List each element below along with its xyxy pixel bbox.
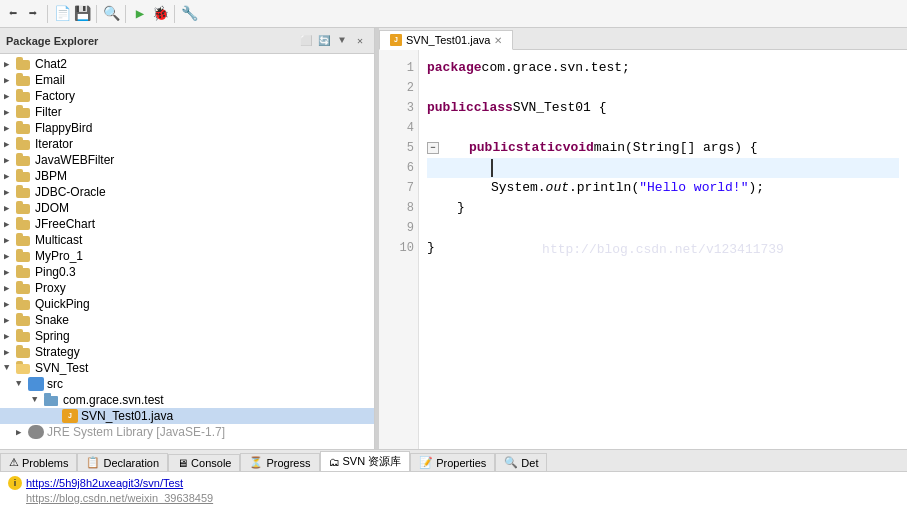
folder-icon-jdom bbox=[16, 201, 32, 215]
tree-item-jfreechart[interactable]: ▶ JFreeChart bbox=[0, 216, 374, 232]
tab-progress[interactable]: ⏳ Progress bbox=[240, 453, 319, 471]
tree-item-quickping[interactable]: ▶ QuickPing bbox=[0, 296, 374, 312]
java-file-icon: J bbox=[62, 409, 78, 423]
expand-arrow-src: ▼ bbox=[16, 379, 28, 389]
expand-arrow: ▶ bbox=[4, 283, 16, 294]
folder-icon-jfreechart bbox=[16, 217, 32, 231]
folder-icon-mypro1 bbox=[16, 249, 32, 263]
tree-item-svn-test[interactable]: ▼ SVN_Test bbox=[0, 360, 374, 376]
tree-item-filter[interactable]: ▶ Filter bbox=[0, 104, 374, 120]
tab-declaration[interactable]: 📋 Declaration bbox=[77, 453, 168, 471]
toolbar-icon-1[interactable]: ⬅ bbox=[4, 5, 22, 23]
toolbar-icon-2[interactable]: ➡ bbox=[24, 5, 42, 23]
folder-icon-quickping bbox=[16, 297, 32, 311]
console-icon: 🖥 bbox=[177, 457, 188, 469]
code-line-4 bbox=[427, 118, 899, 138]
toolbar-sep-4 bbox=[174, 5, 175, 23]
folder-icon-factory bbox=[16, 89, 32, 103]
expand-arrow: ▶ bbox=[4, 171, 16, 182]
tree-label-email: Email bbox=[35, 73, 65, 87]
tree-item-iterator[interactable]: ▶ Iterator bbox=[0, 136, 374, 152]
tab-console[interactable]: 🖥 Console bbox=[168, 454, 240, 471]
tab-svn-repo[interactable]: 🗂 SVN 资源库 bbox=[320, 451, 411, 472]
tree-item-strategy[interactable]: ▶ Strategy bbox=[0, 344, 374, 360]
tab-det[interactable]: 🔍 Det bbox=[495, 453, 547, 471]
tree-item-factory[interactable]: ▶ Factory bbox=[0, 88, 374, 104]
tree-item-src[interactable]: ▼ src bbox=[0, 376, 374, 392]
expand-arrow: ▶ bbox=[4, 107, 16, 118]
svn-link-2[interactable]: https://blog.csdn.net/weixin_39638459 bbox=[26, 492, 213, 504]
code-line-10: } bbox=[427, 238, 899, 258]
tree-item-java-file[interactable]: ▶ J SVN_Test01.java bbox=[0, 408, 374, 424]
tree-label-iterator: Iterator bbox=[35, 137, 73, 151]
editor-tabs: J SVN_Test01.java ✕ bbox=[379, 28, 907, 50]
tree-item-javawebfilter[interactable]: ▶ JavaWEBFilter bbox=[0, 152, 374, 168]
println-suffix: ); bbox=[748, 178, 764, 198]
toolbar-run[interactable]: ▶ bbox=[131, 5, 149, 23]
tree-item-snake[interactable]: ▶ Snake bbox=[0, 312, 374, 328]
out-method: out bbox=[546, 178, 569, 198]
tab-problems[interactable]: ⚠ Problems bbox=[0, 453, 77, 471]
toolbar-search[interactable]: 🔍 bbox=[102, 5, 120, 23]
println-prefix: .println( bbox=[569, 178, 639, 198]
panel-sync-icon[interactable]: 🔄 bbox=[316, 33, 332, 49]
folder-icon-filter bbox=[16, 105, 32, 119]
expand-arrow: ▶ bbox=[4, 315, 16, 326]
kw-void: void bbox=[563, 138, 594, 158]
collapse-button-5[interactable]: − bbox=[427, 142, 439, 154]
tree-item-email[interactable]: ▶ Email bbox=[0, 72, 374, 88]
tab-close-icon[interactable]: ✕ bbox=[494, 35, 502, 46]
tab-properties[interactable]: 📝 Properties bbox=[410, 453, 495, 471]
content-area: Package Explorer ⬜ 🔄 ▼ ✕ ▶ Chat2 ▶ bbox=[0, 28, 907, 449]
tree-area[interactable]: ▶ Chat2 ▶ Email ▶ Factory ▶ Filt bbox=[0, 54, 374, 449]
kw-package: package bbox=[427, 58, 482, 78]
svg-rect-1 bbox=[44, 393, 51, 397]
tab-label: SVN_Test01.java bbox=[406, 34, 490, 46]
panel-minimize-icon[interactable]: ⬜ bbox=[298, 33, 314, 49]
tree-item-ping03[interactable]: ▶ Ping0.3 bbox=[0, 264, 374, 280]
folder-icon-proxy bbox=[16, 281, 32, 295]
expand-arrow: ▶ bbox=[4, 123, 16, 134]
class-name: SVN_Test01 { bbox=[513, 98, 607, 118]
expand-arrow: ▶ bbox=[4, 155, 16, 166]
panel-title: Package Explorer bbox=[6, 35, 98, 47]
toolbar-save[interactable]: 💾 bbox=[73, 5, 91, 23]
panel-close-icon[interactable]: ✕ bbox=[352, 33, 368, 49]
tree-item-package[interactable]: ▼ com.grace.svn.test bbox=[0, 392, 374, 408]
jre-icon bbox=[28, 425, 44, 439]
tree-item-multicast[interactable]: ▶ Multicast bbox=[0, 232, 374, 248]
tree-item-jdom[interactable]: ▶ JDOM bbox=[0, 200, 374, 216]
declaration-icon: 📋 bbox=[86, 456, 100, 469]
expand-arrow: ▶ bbox=[4, 267, 16, 278]
toolbar-debug[interactable]: 🐞 bbox=[151, 5, 169, 23]
tree-item-mypro1[interactable]: ▶ MyPro_1 bbox=[0, 248, 374, 264]
expand-arrow: ▶ bbox=[4, 251, 16, 262]
tree-item-proxy[interactable]: ▶ Proxy bbox=[0, 280, 374, 296]
tree-item-jre[interactable]: ▶ JRE System Library [JavaSE-1.7] bbox=[0, 424, 374, 440]
main-sig: main(String[] args) { bbox=[594, 138, 758, 158]
expand-arrow: ▶ bbox=[4, 187, 16, 198]
tree-item-flappybird[interactable]: ▶ FlappyBird bbox=[0, 120, 374, 136]
right-panel: J SVN_Test01.java ✕ 12345678910 http://b… bbox=[379, 28, 907, 449]
editor-tab-svn-test01[interactable]: J SVN_Test01.java ✕ bbox=[379, 30, 513, 50]
code-line-2 bbox=[427, 78, 899, 98]
problems-icon: ⚠ bbox=[9, 456, 19, 469]
tree-label-multicast: Multicast bbox=[35, 233, 82, 247]
panel-icons: ⬜ 🔄 ▼ ✕ bbox=[298, 33, 368, 49]
tree-item-jbpm[interactable]: ▶ JBPM bbox=[0, 168, 374, 184]
folder-icon-iterator bbox=[16, 137, 32, 151]
tree-item-jdbc-oracle[interactable]: ▶ JDBC-Oracle bbox=[0, 184, 374, 200]
toolbar-sep-2 bbox=[96, 5, 97, 23]
cursor-line bbox=[491, 159, 501, 177]
hello-string: "Hello world!" bbox=[639, 178, 748, 198]
tree-label-jbpm: JBPM bbox=[35, 169, 67, 183]
tree-item-chat2[interactable]: ▶ Chat2 bbox=[0, 56, 374, 72]
code-area[interactable]: http://blog.csdn.net/v123411739 package … bbox=[419, 50, 907, 449]
expand-arrow: ▶ bbox=[4, 203, 16, 214]
toolbar-settings[interactable]: 🔧 bbox=[180, 5, 198, 23]
svn-link-1[interactable]: https://5h9j8h2uxeagit3/svn/Test bbox=[26, 477, 183, 489]
panel-menu-icon[interactable]: ▼ bbox=[334, 33, 350, 49]
svn-repo-icon: 🗂 bbox=[329, 456, 340, 468]
toolbar-new[interactable]: 📄 bbox=[53, 5, 71, 23]
tree-item-spring[interactable]: ▶ Spring bbox=[0, 328, 374, 344]
